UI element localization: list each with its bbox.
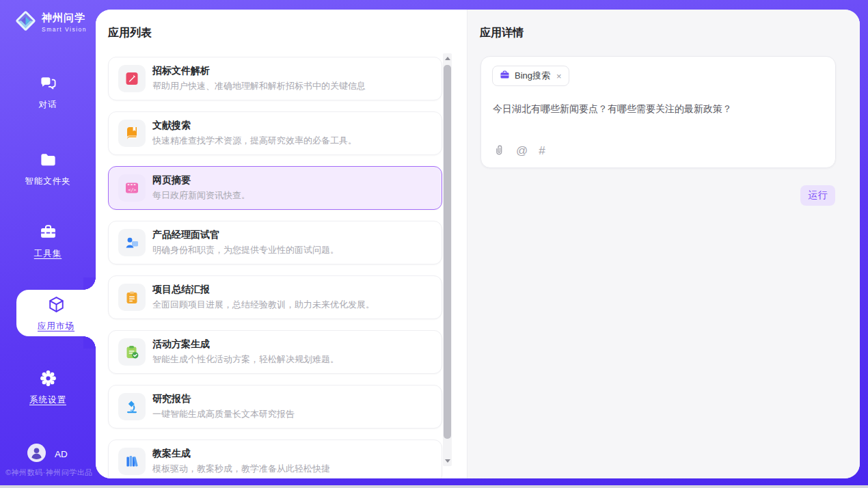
- plan-check-icon: [118, 338, 146, 366]
- app-card-desc: 智能生成个性化活动方案，轻松解决规划难题。: [152, 353, 339, 366]
- sidebar-item-smart-folder[interactable]: 智能文件夹: [0, 150, 96, 187]
- sidebar-item-label: 工具集: [0, 248, 96, 260]
- app-card-name: 产品经理面试官: [152, 229, 339, 241]
- brand-name: 神州问学: [42, 12, 87, 25]
- interviewer-icon: [118, 229, 146, 256]
- app-card-literature-search[interactable]: 文献搜索 快速精准查找学术资源，提高研究效率的必备工具。: [108, 111, 442, 155]
- clipboard-icon: [118, 284, 146, 311]
- paperclip-icon[interactable]: [493, 144, 505, 159]
- sidebar-item-label: 智能文件夹: [0, 176, 96, 187]
- doc-edit-icon: [118, 65, 146, 92]
- toolbox-icon: [39, 232, 57, 243]
- close-icon[interactable]: ×: [556, 71, 562, 81]
- sidebar-item-app-market[interactable]: 应用市场: [16, 290, 96, 336]
- copyright-text: ©神州数码·神州问学出品: [5, 467, 93, 478]
- prompt-text[interactable]: 今日湖北有哪些新闻要点？有哪些需要关注的最新政策？: [493, 102, 825, 116]
- at-icon[interactable]: @: [516, 144, 528, 158]
- app-card-name: 招标文件解析: [152, 65, 366, 77]
- sidebar-item-settings[interactable]: 系统设置: [0, 369, 96, 406]
- app-card-webpage-summary[interactable]: </> 网页摘要 每日政府新闻资讯快查。: [108, 166, 442, 210]
- tool-chip-bing-search[interactable]: Bing搜索 ×: [492, 66, 569, 86]
- app-card-project-summary[interactable]: 项目总结汇报 全面回顾项目进展，总结经验教训，助力未来优化发展。: [108, 275, 442, 319]
- sidebar-item-label: 系统设置: [0, 394, 96, 406]
- app-list-pane: 应用列表 招标文件解析 帮助用户快速、准确地理解和解析招标书中的关键信息: [96, 10, 467, 478]
- tool-chip-label: Bing搜索: [515, 70, 550, 82]
- app-card-research-report[interactable]: 研究报告 一键智能生成高质量长文本研究报告: [108, 385, 442, 429]
- app-card-name: 项目总结汇报: [152, 284, 375, 296]
- gear-icon: [39, 378, 57, 390]
- app-detail-pane: 应用详情 Bing搜索 × 今日湖北有哪些新闻要点？有哪些需要关注的最新政策？: [467, 10, 860, 478]
- app-card-pm-interviewer[interactable]: 产品经理面试官 明确身份和职责，为您提供专业性的面试问题。: [108, 221, 442, 265]
- brand-tagline: Smart Vision: [42, 26, 87, 33]
- sidebar: 神州问学 Smart Vision 对话 智能文件夹: [0, 0, 96, 485]
- app-card-name: 教案生成: [152, 448, 330, 460]
- app-card-name: 网页摘要: [152, 174, 250, 187]
- app-card-desc: 每日政府新闻资讯快查。: [152, 189, 250, 202]
- app-card-lesson-plan[interactable]: 教案生成 模板驱动，教案秒成，教学准备从此轻松快捷: [108, 439, 442, 478]
- book-icon: [118, 120, 146, 147]
- lesson-icon: [118, 448, 146, 475]
- scroll-up-icon[interactable]: [445, 57, 450, 60]
- sidebar-item-label: 对话: [0, 99, 96, 111]
- diamond-logo-icon: [14, 9, 38, 36]
- sidebar-item-toolset[interactable]: 工具集: [0, 223, 96, 260]
- app-card-name: 研究报告: [152, 393, 295, 405]
- research-icon: [118, 393, 146, 420]
- app-card-event-plan[interactable]: 活动方案生成 智能生成个性化活动方案，轻松解决规划难题。: [108, 330, 442, 374]
- run-button[interactable]: 运行: [800, 185, 835, 206]
- app-detail-title: 应用详情: [480, 26, 524, 40]
- user-name: AD: [55, 449, 68, 459]
- person-icon: [27, 444, 46, 465]
- prompt-card[interactable]: Bing搜索 × 今日湖北有哪些新闻要点？有哪些需要关注的最新政策？ @ #: [480, 56, 836, 168]
- app-card-bid-parsing[interactable]: 招标文件解析 帮助用户快速、准确地理解和解析招标书中的关键信息: [108, 57, 442, 100]
- app-card-name: 活动方案生成: [152, 338, 339, 351]
- scroll-down-icon[interactable]: [445, 459, 450, 463]
- briefcase-icon: [500, 70, 510, 83]
- scrollbar-thumb[interactable]: [444, 65, 451, 439]
- webpage-icon: </>: [118, 174, 146, 202]
- folder-icon: [39, 159, 57, 171]
- hash-icon[interactable]: #: [539, 144, 545, 158]
- app-card-desc: 明确身份和职责，为您提供专业性的面试问题。: [152, 244, 339, 256]
- content-panel: 应用列表 招标文件解析 帮助用户快速、准确地理解和解析招标书中的关键信息: [96, 10, 860, 478]
- app-card-list: 招标文件解析 帮助用户快速、准确地理解和解析招标书中的关键信息 文献搜索: [108, 57, 442, 478]
- user-account[interactable]: AD: [27, 444, 68, 465]
- cube-icon: [47, 304, 66, 316]
- app-list-title: 应用列表: [108, 26, 152, 40]
- app-card-desc: 全面回顾项目进展，总结经验教训，助力未来优化发展。: [152, 299, 375, 311]
- app-window: 神州问学 Smart Vision 对话 智能文件夹: [0, 0, 868, 485]
- app-card-desc: 一键智能生成高质量长文本研究报告: [152, 408, 295, 420]
- app-card-desc: 模板驱动，教案秒成，教学准备从此轻松快捷: [152, 463, 330, 475]
- app-card-name: 文献搜索: [152, 120, 357, 132]
- app-card-desc: 快速精准查找学术资源，提高研究效率的必备工具。: [152, 135, 357, 147]
- scrollbar[interactable]: [443, 53, 452, 466]
- brand-logo: 神州问学 Smart Vision: [14, 9, 87, 36]
- svg-text:</>: </>: [128, 187, 137, 193]
- sidebar-item-label: 应用市场: [16, 321, 96, 332]
- chat-icon: [39, 83, 57, 94]
- attachment-toolbar: @ #: [493, 144, 545, 159]
- app-card-desc: 帮助用户快速、准确地理解和解析招标书中的关键信息: [152, 80, 366, 92]
- sidebar-item-chat[interactable]: 对话: [0, 74, 96, 111]
